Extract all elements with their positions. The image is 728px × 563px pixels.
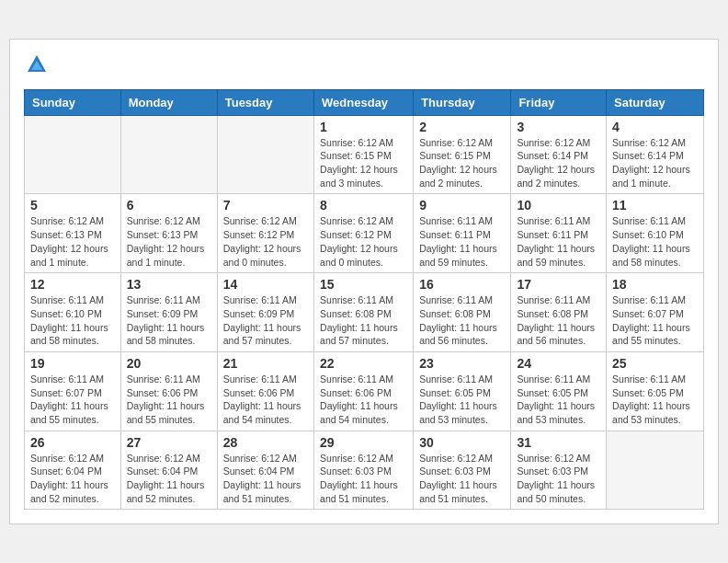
day-info: Sunrise: 6:12 AM Sunset: 6:03 PM Dayligh… xyxy=(419,452,505,506)
calendar-cell: 17Sunrise: 6:11 AM Sunset: 6:08 PM Dayli… xyxy=(511,273,607,352)
day-info: Sunrise: 6:11 AM Sunset: 6:05 PM Dayligh… xyxy=(517,373,600,427)
day-info: Sunrise: 6:12 AM Sunset: 6:03 PM Dayligh… xyxy=(517,452,600,506)
week-row-1: 1Sunrise: 6:12 AM Sunset: 6:15 PM Daylig… xyxy=(25,115,704,194)
calendar-cell: 26Sunrise: 6:12 AM Sunset: 6:04 PM Dayli… xyxy=(25,431,121,510)
day-number: 1 xyxy=(320,120,407,134)
day-number: 18 xyxy=(612,277,698,292)
day-info: Sunrise: 6:11 AM Sunset: 6:08 PM Dayligh… xyxy=(419,293,505,348)
weekday-header-row: SundayMondayTuesdayWednesdayThursdayFrid… xyxy=(25,89,704,115)
day-number: 2 xyxy=(419,120,505,134)
day-info: Sunrise: 6:12 AM Sunset: 6:15 PM Dayligh… xyxy=(320,136,407,190)
day-info: Sunrise: 6:11 AM Sunset: 6:11 PM Dayligh… xyxy=(419,214,505,269)
day-number: 3 xyxy=(517,120,600,134)
calendar-cell: 18Sunrise: 6:11 AM Sunset: 6:07 PM Dayli… xyxy=(607,273,704,352)
day-info: Sunrise: 6:11 AM Sunset: 6:05 PM Dayligh… xyxy=(612,373,698,427)
day-info: Sunrise: 6:11 AM Sunset: 6:08 PM Dayligh… xyxy=(320,293,407,348)
calendar-container: SundayMondayTuesdayWednesdayThursdayFrid… xyxy=(9,39,719,525)
weekday-header-wednesday: Wednesday xyxy=(314,89,414,115)
day-number: 21 xyxy=(223,356,308,371)
logo xyxy=(24,53,48,80)
calendar-cell: 9Sunrise: 6:11 AM Sunset: 6:11 PM Daylig… xyxy=(414,194,511,273)
day-info: Sunrise: 6:12 AM Sunset: 6:04 PM Dayligh… xyxy=(30,452,115,506)
day-info: Sunrise: 6:11 AM Sunset: 6:10 PM Dayligh… xyxy=(612,214,698,269)
day-number: 27 xyxy=(127,435,211,450)
week-row-2: 5Sunrise: 6:12 AM Sunset: 6:13 PM Daylig… xyxy=(25,194,704,273)
day-number: 17 xyxy=(517,277,600,292)
weekday-header-tuesday: Tuesday xyxy=(217,89,313,115)
day-info: Sunrise: 6:11 AM Sunset: 6:07 PM Dayligh… xyxy=(612,293,698,348)
week-row-5: 26Sunrise: 6:12 AM Sunset: 6:04 PM Dayli… xyxy=(25,431,704,510)
calendar-cell xyxy=(120,115,217,194)
day-number: 9 xyxy=(419,198,505,213)
day-info: Sunrise: 6:11 AM Sunset: 6:05 PM Dayligh… xyxy=(419,373,505,427)
day-number: 19 xyxy=(30,356,115,371)
day-info: Sunrise: 6:12 AM Sunset: 6:15 PM Dayligh… xyxy=(419,136,505,190)
calendar-cell: 4Sunrise: 6:12 AM Sunset: 6:14 PM Daylig… xyxy=(607,115,704,194)
calendar-cell: 29Sunrise: 6:12 AM Sunset: 6:03 PM Dayli… xyxy=(314,431,414,510)
calendar-cell: 13Sunrise: 6:11 AM Sunset: 6:09 PM Dayli… xyxy=(120,273,217,352)
calendar-cell: 1Sunrise: 6:12 AM Sunset: 6:15 PM Daylig… xyxy=(314,115,414,194)
day-number: 12 xyxy=(30,277,115,292)
calendar-cell: 30Sunrise: 6:12 AM Sunset: 6:03 PM Dayli… xyxy=(414,431,511,510)
calendar-cell: 3Sunrise: 6:12 AM Sunset: 6:14 PM Daylig… xyxy=(511,115,607,194)
day-number: 8 xyxy=(320,198,407,213)
day-number: 22 xyxy=(320,356,407,371)
calendar-cell: 10Sunrise: 6:11 AM Sunset: 6:11 PM Dayli… xyxy=(511,194,607,273)
calendar-cell: 6Sunrise: 6:12 AM Sunset: 6:13 PM Daylig… xyxy=(120,194,217,273)
day-info: Sunrise: 6:11 AM Sunset: 6:09 PM Dayligh… xyxy=(127,293,211,348)
day-number: 24 xyxy=(517,356,600,371)
day-info: Sunrise: 6:11 AM Sunset: 6:08 PM Dayligh… xyxy=(517,293,600,348)
day-info: Sunrise: 6:11 AM Sunset: 6:07 PM Dayligh… xyxy=(30,373,115,427)
day-number: 25 xyxy=(612,356,698,371)
calendar-cell: 25Sunrise: 6:11 AM Sunset: 6:05 PM Dayli… xyxy=(607,351,704,431)
calendar-cell: 28Sunrise: 6:12 AM Sunset: 6:04 PM Dayli… xyxy=(217,431,313,510)
day-info: Sunrise: 6:11 AM Sunset: 6:10 PM Dayligh… xyxy=(30,293,115,348)
day-number: 15 xyxy=(320,277,407,292)
header-section xyxy=(24,53,704,80)
day-info: Sunrise: 6:12 AM Sunset: 6:04 PM Dayligh… xyxy=(223,452,308,506)
calendar-cell: 8Sunrise: 6:12 AM Sunset: 6:12 PM Daylig… xyxy=(314,194,414,273)
day-number: 10 xyxy=(517,198,600,213)
day-number: 29 xyxy=(320,435,407,450)
calendar-cell: 14Sunrise: 6:11 AM Sunset: 6:09 PM Dayli… xyxy=(217,273,313,352)
calendar-cell: 16Sunrise: 6:11 AM Sunset: 6:08 PM Dayli… xyxy=(414,273,511,352)
day-info: Sunrise: 6:11 AM Sunset: 6:11 PM Dayligh… xyxy=(517,214,600,269)
calendar-cell: 22Sunrise: 6:11 AM Sunset: 6:06 PM Dayli… xyxy=(314,351,414,431)
day-number: 31 xyxy=(517,435,600,450)
day-number: 11 xyxy=(612,198,698,213)
day-info: Sunrise: 6:11 AM Sunset: 6:06 PM Dayligh… xyxy=(320,373,407,427)
day-info: Sunrise: 6:12 AM Sunset: 6:14 PM Dayligh… xyxy=(517,136,600,190)
calendar-table: SundayMondayTuesdayWednesdayThursdayFrid… xyxy=(24,89,704,511)
day-info: Sunrise: 6:12 AM Sunset: 6:14 PM Dayligh… xyxy=(612,136,698,190)
weekday-header-friday: Friday xyxy=(511,89,607,115)
week-row-3: 12Sunrise: 6:11 AM Sunset: 6:10 PM Dayli… xyxy=(25,273,704,352)
day-info: Sunrise: 6:12 AM Sunset: 6:04 PM Dayligh… xyxy=(127,452,211,506)
day-info: Sunrise: 6:12 AM Sunset: 6:12 PM Dayligh… xyxy=(320,214,407,269)
day-number: 28 xyxy=(223,435,308,450)
weekday-header-monday: Monday xyxy=(120,89,217,115)
day-number: 4 xyxy=(612,120,698,134)
weekday-header-thursday: Thursday xyxy=(414,89,511,115)
weekday-header-sunday: Sunday xyxy=(25,89,121,115)
calendar-cell: 7Sunrise: 6:12 AM Sunset: 6:12 PM Daylig… xyxy=(217,194,313,273)
day-info: Sunrise: 6:11 AM Sunset: 6:09 PM Dayligh… xyxy=(223,293,308,348)
calendar-cell: 2Sunrise: 6:12 AM Sunset: 6:15 PM Daylig… xyxy=(414,115,511,194)
day-number: 16 xyxy=(419,277,505,292)
day-number: 23 xyxy=(419,356,505,371)
day-info: Sunrise: 6:11 AM Sunset: 6:06 PM Dayligh… xyxy=(127,373,211,427)
day-number: 26 xyxy=(30,435,115,450)
day-info: Sunrise: 6:12 AM Sunset: 6:13 PM Dayligh… xyxy=(127,214,211,269)
logo-icon xyxy=(26,53,48,75)
calendar-cell xyxy=(217,115,313,194)
day-number: 14 xyxy=(223,277,308,292)
calendar-cell: 31Sunrise: 6:12 AM Sunset: 6:03 PM Dayli… xyxy=(511,431,607,510)
day-info: Sunrise: 6:12 AM Sunset: 6:12 PM Dayligh… xyxy=(223,214,308,269)
weekday-header-saturday: Saturday xyxy=(607,89,704,115)
calendar-cell xyxy=(607,431,704,510)
calendar-cell: 19Sunrise: 6:11 AM Sunset: 6:07 PM Dayli… xyxy=(25,351,121,431)
day-number: 6 xyxy=(127,198,211,213)
calendar-cell xyxy=(25,115,121,194)
calendar-cell: 27Sunrise: 6:12 AM Sunset: 6:04 PM Dayli… xyxy=(120,431,217,510)
day-info: Sunrise: 6:12 AM Sunset: 6:13 PM Dayligh… xyxy=(30,214,115,269)
day-number: 13 xyxy=(127,277,211,292)
